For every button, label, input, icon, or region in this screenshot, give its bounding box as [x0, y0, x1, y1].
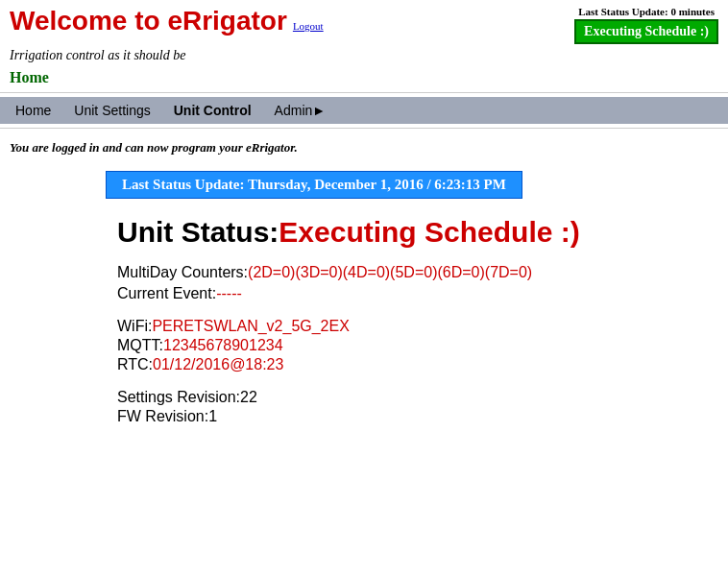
- nav-admin[interactable]: Admin►: [263, 100, 338, 121]
- unit-status-section: Unit Status:Executing Schedule :) MultiD…: [106, 216, 718, 425]
- header-left: Welcome to eRrigator Logout: [10, 6, 324, 36]
- mqtt-label: MQTT:: [117, 337, 163, 353]
- unit-status-label: Unit Status:: [117, 216, 279, 248]
- header-right: Last Status Update: 0 minutes Executing …: [574, 6, 718, 44]
- multiday-value: (2D=0)(3D=0)(4D=0)(5D=0)(6D=0)(7D=0): [248, 264, 532, 280]
- current-event-section: Current Event:-----: [117, 285, 718, 302]
- nav-divider: [0, 92, 728, 93]
- fw-rev-section: FW Revision:1: [117, 408, 718, 425]
- login-message: You are logged in and can now program yo…: [10, 140, 718, 156]
- status-update-box: Last Status Update: Thursday, December 1…: [106, 171, 522, 199]
- site-title: Welcome to eRrigator: [10, 6, 287, 36]
- status-block: Last Status Update: Thursday, December 1…: [106, 171, 718, 425]
- breadcrumb-bar: Home: [0, 67, 728, 88]
- fw-rev-label: FW Revision:: [117, 408, 208, 424]
- unit-status-value: Executing Schedule :): [279, 216, 579, 248]
- nav-unit-settings[interactable]: Unit Settings: [62, 100, 161, 121]
- mqtt-section: MQTT:12345678901234: [117, 337, 718, 354]
- rtc-value: 01/12/2016@18:23: [153, 356, 283, 372]
- breadcrumb-home[interactable]: Home: [10, 69, 49, 85]
- mqtt-value: 12345678901234: [163, 337, 283, 353]
- status-update-label: Last Status Update: 0 minutes: [574, 6, 718, 17]
- navbar: Home Unit Settings Unit Control Admin►: [0, 97, 728, 124]
- nav-home[interactable]: Home: [4, 100, 62, 121]
- unit-status-line: Unit Status:Executing Schedule :): [117, 216, 718, 249]
- executing-schedule-badge: Executing Schedule :): [574, 19, 718, 44]
- wifi-value: PERETSWLAN_v2_5G_2EX: [152, 318, 349, 334]
- multiday-section: MultiDay Counters:(2D=0)(3D=0)(4D=0)(5D=…: [117, 264, 718, 281]
- wifi-label: WiFi:: [117, 318, 152, 334]
- settings-rev-section: Settings Revision:22: [117, 389, 718, 406]
- current-event-label: Current Event:: [117, 285, 216, 301]
- main-content: You are logged in and can now program yo…: [0, 132, 728, 435]
- rtc-label: RTC:: [117, 356, 153, 372]
- current-event-value: -----: [216, 285, 242, 301]
- header: Welcome to eRrigator Logout Last Status …: [0, 0, 728, 48]
- multiday-label: MultiDay Counters:: [117, 264, 248, 280]
- nav-unit-control[interactable]: Unit Control: [162, 100, 263, 121]
- tagline: Irrigation control as it should be: [0, 48, 728, 67]
- content-divider: [0, 128, 728, 129]
- settings-rev-value: 22: [240, 389, 257, 405]
- fw-rev-value: 1: [208, 408, 217, 424]
- settings-rev-label: Settings Revision:: [117, 389, 240, 405]
- logout-link[interactable]: Logout: [293, 20, 324, 32]
- wifi-section: WiFi:PERETSWLAN_v2_5G_2EX: [117, 318, 718, 335]
- rtc-section: RTC:01/12/2016@18:23: [117, 356, 718, 373]
